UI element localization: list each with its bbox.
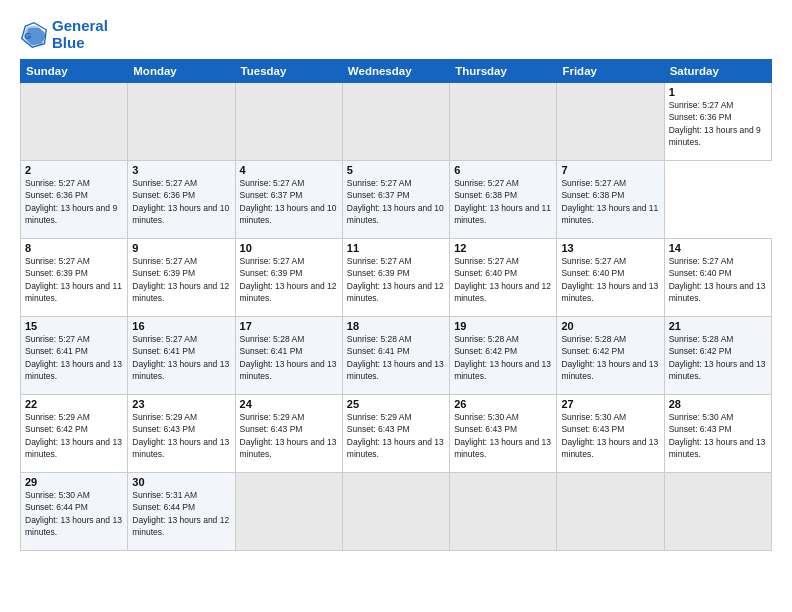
day-number: 30 — [132, 476, 230, 488]
calendar-table: SundayMondayTuesdayWednesdayThursdayFrid… — [20, 59, 772, 551]
day-info: Sunrise: 5:27 AMSunset: 6:40 PMDaylight:… — [669, 255, 767, 304]
week-row-1: 2Sunrise: 5:27 AMSunset: 6:36 PMDaylight… — [21, 161, 772, 239]
week-row-0: 1Sunrise: 5:27 AMSunset: 6:36 PMDaylight… — [21, 83, 772, 161]
day-cell — [664, 473, 771, 551]
day-number: 21 — [669, 320, 767, 332]
day-info: Sunrise: 5:27 AMSunset: 6:40 PMDaylight:… — [561, 255, 659, 304]
day-info: Sunrise: 5:30 AMSunset: 6:43 PMDaylight:… — [669, 411, 767, 460]
day-cell: 21Sunrise: 5:28 AMSunset: 6:42 PMDayligh… — [664, 317, 771, 395]
day-number: 29 — [25, 476, 123, 488]
day-info: Sunrise: 5:27 AMSunset: 6:37 PMDaylight:… — [347, 177, 445, 226]
day-info: Sunrise: 5:27 AMSunset: 6:38 PMDaylight:… — [454, 177, 552, 226]
day-cell: 23Sunrise: 5:29 AMSunset: 6:43 PMDayligh… — [128, 395, 235, 473]
day-cell: 1Sunrise: 5:27 AMSunset: 6:36 PMDaylight… — [664, 83, 771, 161]
day-cell — [342, 473, 449, 551]
day-cell: 5Sunrise: 5:27 AMSunset: 6:37 PMDaylight… — [342, 161, 449, 239]
page: G General Blue SundayMondayTuesdayWednes… — [0, 0, 792, 612]
day-info: Sunrise: 5:27 AMSunset: 6:37 PMDaylight:… — [240, 177, 338, 226]
day-cell: 6Sunrise: 5:27 AMSunset: 6:38 PMDaylight… — [450, 161, 557, 239]
day-number: 7 — [561, 164, 659, 176]
day-info: Sunrise: 5:28 AMSunset: 6:42 PMDaylight:… — [561, 333, 659, 382]
day-number: 6 — [454, 164, 552, 176]
svg-text:G: G — [24, 30, 31, 40]
day-cell: 10Sunrise: 5:27 AMSunset: 6:39 PMDayligh… — [235, 239, 342, 317]
day-number: 17 — [240, 320, 338, 332]
day-number: 28 — [669, 398, 767, 410]
day-number: 24 — [240, 398, 338, 410]
header-cell-saturday: Saturday — [664, 60, 771, 83]
day-cell — [235, 473, 342, 551]
logo-icon: G — [20, 21, 48, 49]
header-cell-tuesday: Tuesday — [235, 60, 342, 83]
logo-text: General Blue — [52, 18, 108, 51]
day-cell: 19Sunrise: 5:28 AMSunset: 6:42 PMDayligh… — [450, 317, 557, 395]
day-number: 3 — [132, 164, 230, 176]
day-cell: 30Sunrise: 5:31 AMSunset: 6:44 PMDayligh… — [128, 473, 235, 551]
day-info: Sunrise: 5:28 AMSunset: 6:41 PMDaylight:… — [240, 333, 338, 382]
day-cell: 12Sunrise: 5:27 AMSunset: 6:40 PMDayligh… — [450, 239, 557, 317]
day-number: 5 — [347, 164, 445, 176]
header: G General Blue — [20, 18, 772, 51]
day-cell: 27Sunrise: 5:30 AMSunset: 6:43 PMDayligh… — [557, 395, 664, 473]
logo: G General Blue — [20, 18, 108, 51]
day-cell: 24Sunrise: 5:29 AMSunset: 6:43 PMDayligh… — [235, 395, 342, 473]
day-cell: 4Sunrise: 5:27 AMSunset: 6:37 PMDaylight… — [235, 161, 342, 239]
day-cell — [342, 83, 449, 161]
header-cell-sunday: Sunday — [21, 60, 128, 83]
day-info: Sunrise: 5:28 AMSunset: 6:42 PMDaylight:… — [669, 333, 767, 382]
day-info: Sunrise: 5:30 AMSunset: 6:43 PMDaylight:… — [561, 411, 659, 460]
header-cell-friday: Friday — [557, 60, 664, 83]
day-info: Sunrise: 5:29 AMSunset: 6:43 PMDaylight:… — [347, 411, 445, 460]
day-info: Sunrise: 5:31 AMSunset: 6:44 PMDaylight:… — [132, 489, 230, 538]
day-cell: 3Sunrise: 5:27 AMSunset: 6:36 PMDaylight… — [128, 161, 235, 239]
header-row: SundayMondayTuesdayWednesdayThursdayFrid… — [21, 60, 772, 83]
day-number: 25 — [347, 398, 445, 410]
day-cell — [557, 473, 664, 551]
day-info: Sunrise: 5:29 AMSunset: 6:43 PMDaylight:… — [240, 411, 338, 460]
day-info: Sunrise: 5:27 AMSunset: 6:41 PMDaylight:… — [132, 333, 230, 382]
day-cell: 14Sunrise: 5:27 AMSunset: 6:40 PMDayligh… — [664, 239, 771, 317]
day-info: Sunrise: 5:27 AMSunset: 6:41 PMDaylight:… — [25, 333, 123, 382]
day-info: Sunrise: 5:27 AMSunset: 6:39 PMDaylight:… — [132, 255, 230, 304]
day-cell — [128, 83, 235, 161]
day-number: 4 — [240, 164, 338, 176]
day-number: 14 — [669, 242, 767, 254]
day-number: 11 — [347, 242, 445, 254]
day-info: Sunrise: 5:28 AMSunset: 6:42 PMDaylight:… — [454, 333, 552, 382]
day-cell: 20Sunrise: 5:28 AMSunset: 6:42 PMDayligh… — [557, 317, 664, 395]
day-number: 16 — [132, 320, 230, 332]
day-number: 22 — [25, 398, 123, 410]
day-cell: 25Sunrise: 5:29 AMSunset: 6:43 PMDayligh… — [342, 395, 449, 473]
day-cell: 26Sunrise: 5:30 AMSunset: 6:43 PMDayligh… — [450, 395, 557, 473]
day-number: 10 — [240, 242, 338, 254]
day-number: 2 — [25, 164, 123, 176]
day-cell — [21, 83, 128, 161]
day-info: Sunrise: 5:27 AMSunset: 6:39 PMDaylight:… — [240, 255, 338, 304]
day-number: 12 — [454, 242, 552, 254]
day-cell: 18Sunrise: 5:28 AMSunset: 6:41 PMDayligh… — [342, 317, 449, 395]
day-info: Sunrise: 5:29 AMSunset: 6:43 PMDaylight:… — [132, 411, 230, 460]
day-info: Sunrise: 5:29 AMSunset: 6:42 PMDaylight:… — [25, 411, 123, 460]
day-info: Sunrise: 5:30 AMSunset: 6:44 PMDaylight:… — [25, 489, 123, 538]
day-number: 9 — [132, 242, 230, 254]
day-cell: 8Sunrise: 5:27 AMSunset: 6:39 PMDaylight… — [21, 239, 128, 317]
day-number: 27 — [561, 398, 659, 410]
day-cell: 11Sunrise: 5:27 AMSunset: 6:39 PMDayligh… — [342, 239, 449, 317]
day-info: Sunrise: 5:27 AMSunset: 6:36 PMDaylight:… — [25, 177, 123, 226]
day-cell — [557, 83, 664, 161]
header-cell-monday: Monday — [128, 60, 235, 83]
week-row-4: 22Sunrise: 5:29 AMSunset: 6:42 PMDayligh… — [21, 395, 772, 473]
day-number: 13 — [561, 242, 659, 254]
day-number: 1 — [669, 86, 767, 98]
day-cell: 28Sunrise: 5:30 AMSunset: 6:43 PMDayligh… — [664, 395, 771, 473]
day-cell — [450, 473, 557, 551]
week-row-5: 29Sunrise: 5:30 AMSunset: 6:44 PMDayligh… — [21, 473, 772, 551]
day-cell: 7Sunrise: 5:27 AMSunset: 6:38 PMDaylight… — [557, 161, 664, 239]
day-number: 18 — [347, 320, 445, 332]
day-info: Sunrise: 5:27 AMSunset: 6:36 PMDaylight:… — [669, 99, 767, 148]
day-number: 20 — [561, 320, 659, 332]
header-cell-wednesday: Wednesday — [342, 60, 449, 83]
week-row-3: 15Sunrise: 5:27 AMSunset: 6:41 PMDayligh… — [21, 317, 772, 395]
day-info: Sunrise: 5:27 AMSunset: 6:39 PMDaylight:… — [25, 255, 123, 304]
day-info: Sunrise: 5:27 AMSunset: 6:38 PMDaylight:… — [561, 177, 659, 226]
